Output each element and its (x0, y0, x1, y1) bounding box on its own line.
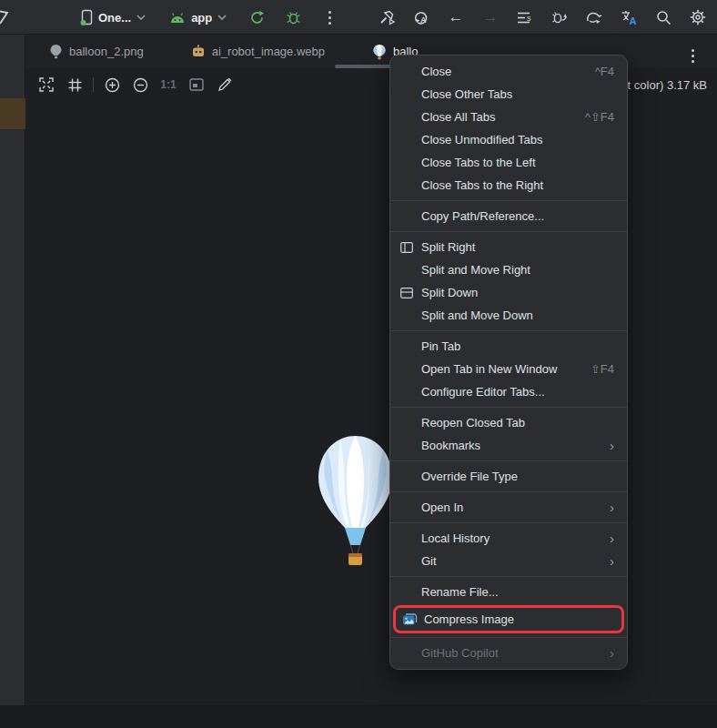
image-editor-toolbar: 1:1 (36, 73, 235, 96)
menu-separator (390, 231, 627, 232)
rerun-button[interactable] (243, 4, 270, 31)
zoom-level-label: 1:1 (160, 78, 176, 91)
menu-separator (390, 407, 627, 408)
fit-zoom-to-window-button[interactable] (187, 75, 207, 95)
split-right-icon (399, 239, 415, 256)
menu-shortcut: ^⇧F4 (585, 110, 614, 124)
zoom-in-icon (105, 77, 120, 93)
chevron-down-icon (136, 15, 146, 20)
menu-item-close-tabs-right[interactable]: Close Tabs to the Right (390, 174, 627, 197)
apply-changes-button[interactable] (546, 4, 573, 31)
menu-separator (390, 637, 627, 638)
build-hammer-icon (379, 10, 395, 25)
fit-content-button[interactable] (36, 75, 56, 95)
tab-options-button[interactable] (679, 42, 706, 69)
partial-toolbar-icon (0, 5, 15, 29)
device-selector-label: One... (98, 11, 131, 25)
balloon-image (317, 434, 394, 571)
submenu-arrow-icon: › (610, 554, 614, 568)
grid-toggle-button[interactable] (65, 75, 85, 95)
gradle-sync-icon (586, 10, 603, 25)
back-arrow-icon: ← (449, 8, 464, 26)
settings-button[interactable] (684, 4, 712, 31)
menu-item-split-right[interactable]: Split Right (390, 236, 627, 258)
bug-refresh-icon (551, 10, 568, 25)
submenu-arrow-icon: › (610, 500, 614, 514)
refresh-translations-button[interactable]: A (408, 4, 435, 31)
menu-item-compress-image[interactable]: Compress Image (396, 608, 621, 631)
pencil-icon (217, 77, 232, 92)
device-selector[interactable]: One... (73, 5, 153, 29)
zoom-in-button[interactable] (102, 75, 122, 95)
submenu-arrow-icon: › (610, 646, 614, 660)
menu-item-override-file-type[interactable]: Override File Type (390, 465, 627, 488)
menu-item-split-and-move-down[interactable]: Split and Move Down (390, 304, 627, 327)
gradle-sync-button[interactable] (581, 4, 608, 31)
menu-separator (390, 576, 627, 577)
menu-item-close-other-tabs[interactable]: Close Other Tabs (390, 83, 627, 106)
menu-item-split-down[interactable]: Split Down (390, 281, 627, 304)
fit-content-icon (39, 77, 54, 92)
translate-button[interactable]: A (615, 4, 642, 31)
zoom-out-icon (133, 77, 148, 93)
menu-item-pin-tab[interactable]: Pin Tab (390, 335, 627, 358)
run-configuration-selector[interactable]: app (162, 7, 234, 28)
run-widgets-group: One... app (73, 0, 343, 35)
grid-icon (68, 78, 82, 92)
menu-item-github-copilot: GitHub Copilot › (390, 642, 627, 664)
menu-item-bookmarks[interactable]: Bookmarks › (390, 434, 627, 457)
rerun-icon (249, 10, 265, 25)
menu-item-rename-file[interactable]: Rename File... (390, 581, 627, 603)
menu-item-open-in[interactable]: Open In › (390, 496, 627, 519)
submenu-arrow-icon: › (610, 439, 614, 452)
debug-bug-icon (286, 10, 301, 25)
menu-item-git[interactable]: Git › (390, 550, 627, 572)
zoom-out-button[interactable] (130, 75, 150, 95)
stripe-active-indicator[interactable] (0, 98, 25, 129)
menu-item-split-and-move-right[interactable]: Split and Move Right (390, 258, 627, 281)
build-button[interactable] (373, 4, 400, 31)
kebab-menu-icon (684, 49, 701, 63)
refresh-a-icon: A (413, 10, 429, 25)
toolbar-left-partial (0, 0, 15, 35)
menu-item-close[interactable]: Close ^F4 (390, 60, 627, 83)
menu-separator (390, 522, 627, 523)
tab-balloon-2-png[interactable]: balloon_2.png (25, 35, 167, 68)
phone-device-icon (80, 9, 93, 25)
menu-separator (390, 330, 627, 331)
balloon-file-icon (49, 44, 63, 59)
menu-item-configure-editor-tabs[interactable]: Configure Editor Tabs... (390, 380, 627, 403)
toolbar-separator (93, 77, 94, 92)
menu-item-close-all-tabs[interactable]: Close All Tabs ^⇧F4 (390, 106, 627, 128)
forward-button[interactable]: → (477, 4, 504, 31)
tool-window-stripe (0, 35, 25, 705)
menu-item-reopen-closed-tab[interactable]: Reopen Closed Tab (390, 411, 627, 434)
menu-item-close-unmodified-tabs[interactable]: Close Unmodified Tabs (390, 128, 627, 151)
robot-file-icon (191, 45, 206, 58)
menu-separator (390, 460, 627, 461)
menu-item-close-tabs-left[interactable]: Close Tabs to the Left (390, 151, 627, 174)
search-everywhere-button[interactable] (650, 4, 677, 31)
menu-item-open-tab-new-window[interactable]: Open Tab in New Window ⇧F4 (390, 358, 627, 380)
compress-image-highlight-annotation: Compress Image (393, 605, 624, 633)
back-button[interactable]: ← (442, 4, 470, 31)
submenu-arrow-icon: › (610, 531, 614, 545)
svg-text:s: s (527, 13, 531, 22)
split-down-icon (399, 285, 415, 301)
svg-text:A: A (629, 15, 636, 25)
tab-label: balloon_2.png (69, 45, 144, 58)
pick-color-button[interactable] (215, 75, 235, 95)
gear-icon (690, 9, 706, 25)
run-list-button[interactable]: s (511, 4, 539, 31)
debug-button[interactable] (279, 4, 307, 31)
main-toolbar: One... app (0, 0, 717, 35)
actual-size-button[interactable]: 1:1 (158, 75, 178, 95)
image-info-text: t color) 3.17 kB (628, 78, 707, 92)
android-icon (169, 12, 186, 24)
compress-image-icon (401, 612, 418, 628)
menu-item-local-history[interactable]: Local History › (390, 527, 627, 550)
tab-ai-robot-image-webp[interactable]: ai_robot_image.webp (167, 35, 348, 68)
more-run-options-button[interactable] (316, 4, 343, 31)
menu-item-copy-path-reference[interactable]: Copy Path/Reference... (390, 205, 627, 228)
list-icon: s (517, 11, 533, 25)
